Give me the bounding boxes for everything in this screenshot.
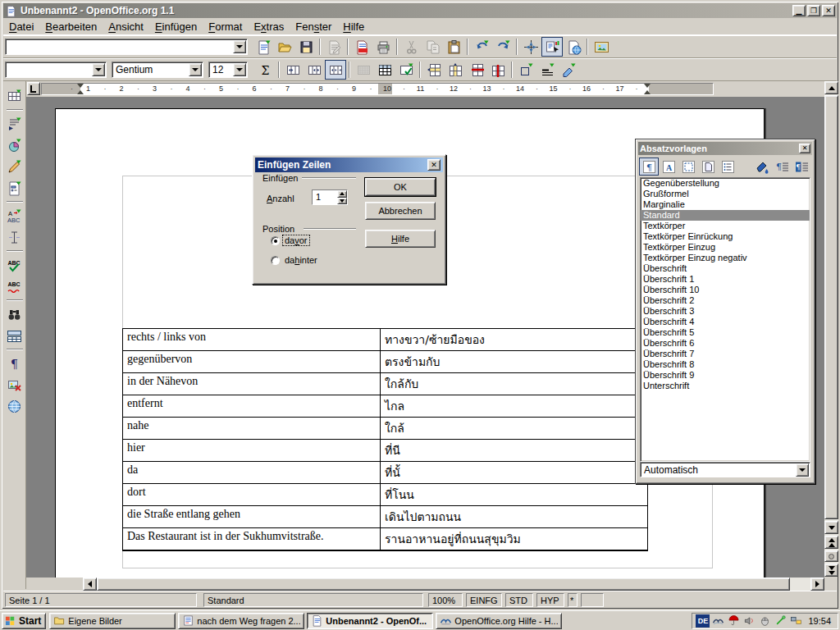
font-name-combobox[interactable]: Gentium <box>112 62 203 78</box>
style-item-uberschrift[interactable]: Überschrift <box>641 263 810 274</box>
table-cell-german[interactable]: gegenübervon <box>123 351 381 372</box>
update-style-button[interactable]: ¶ <box>792 158 811 176</box>
style-item-uberschrift-10[interactable]: Überschrift 10 <box>641 285 810 295</box>
insert-fields-button[interactable] <box>4 114 25 134</box>
restore-button[interactable]: ❐ <box>807 5 820 16</box>
hyperlink-button[interactable] <box>563 37 584 57</box>
indent-marker-bottom-left[interactable] <box>77 90 84 94</box>
table-cell-thai[interactable]: ตรงข้ามกับ <box>381 351 647 372</box>
table-cell-thai[interactable]: ทางขวา/ซ้ายมือของ <box>381 329 647 350</box>
document-table[interactable]: rechts / links vonทางขวา/ซ้ายมือของgegen… <box>122 328 648 551</box>
taskbar-button-nach-dem-weg-fragen-2[interactable]: nach dem Weg fragen 2.... <box>178 613 304 629</box>
style-filter-combobox[interactable]: Automatisch <box>640 462 810 477</box>
spin-up-icon[interactable] <box>337 190 347 198</box>
help-button[interactable]: Hilfe <box>365 230 436 248</box>
usb-icon[interactable] <box>774 614 788 628</box>
network-icon[interactable] <box>789 614 803 628</box>
next-page-button[interactable] <box>824 564 838 577</box>
fill-format-button[interactable] <box>752 158 772 176</box>
export-pdf-button[interactable] <box>351 37 372 57</box>
undo-button[interactable] <box>471 37 492 57</box>
status-insert-mode[interactable]: EINFG <box>466 593 502 607</box>
style-item-uberschrift-2[interactable]: Überschrift 2 <box>641 295 810 306</box>
navigation-button[interactable] <box>824 550 838 562</box>
start-button[interactable]: Start <box>2 613 46 629</box>
style-item-unterschrift[interactable]: Unterschrift <box>641 381 810 391</box>
paragraph-styles-button[interactable]: ¶ <box>639 158 659 176</box>
status-selection-mode[interactable]: STD <box>505 593 533 607</box>
table-cell-thai[interactable]: ที่นี <box>381 440 647 461</box>
redo-button[interactable] <box>492 37 514 57</box>
vertical-scrollbar[interactable] <box>824 81 838 577</box>
paragraph-style-combobox[interactable] <box>5 62 107 78</box>
merge-cells-button[interactable] <box>282 60 304 80</box>
taskbar-button-unbenannt2-openof[interactable]: Unbenannt2 - OpenOf... <box>307 613 433 629</box>
style-item-standard[interactable]: Standard <box>641 210 810 221</box>
optimize-button[interactable] <box>325 60 346 80</box>
style-item-uberschrift-5[interactable]: Überschrift 5 <box>641 327 810 338</box>
table-borders-button[interactable] <box>374 60 395 80</box>
menu-fenster[interactable]: Fenster <box>290 19 337 34</box>
line-style-button[interactable] <box>536 60 558 80</box>
save-button[interactable] <box>295 37 317 57</box>
taskbar-button-eigene-bilder[interactable]: Eigene Bilder <box>49 613 176 629</box>
horizontal-ruler[interactable]: 1·2·3·4·5·6·7·8·9·10·11·12·13·14·15·16·1… <box>41 83 714 95</box>
tab-type-selector[interactable] <box>27 82 40 95</box>
spellcheck-button[interactable]: ABC <box>4 255 25 275</box>
gallery-button[interactable] <box>591 37 612 57</box>
language-indicator[interactable]: DE <box>696 614 710 628</box>
delete-column-button[interactable] <box>487 60 509 80</box>
count-value[interactable]: 1 <box>313 190 337 204</box>
autoformat-button[interactable] <box>395 60 417 80</box>
table-cell-german[interactable]: hier <box>123 440 381 461</box>
scroll-right-button[interactable] <box>810 578 824 591</box>
font-size-combobox[interactable]: 12 <box>208 62 248 78</box>
stylist-button[interactable] <box>541 37 563 57</box>
data-sources-button[interactable] <box>4 326 25 345</box>
style-item-uberschrift-6[interactable]: Überschrift 6 <box>641 338 810 349</box>
vertical-scroll-thumb[interactable] <box>824 95 838 519</box>
scroll-up-button[interactable] <box>824 81 838 94</box>
indent-marker-bottom-right[interactable] <box>644 90 651 94</box>
table-cell-german[interactable]: rechts / links von <box>123 329 381 350</box>
cancel-button[interactable]: Abbrechen <box>365 202 436 220</box>
chevron-down-icon[interactable] <box>92 63 105 76</box>
style-item-uberschrift-8[interactable]: Überschrift 8 <box>641 359 810 370</box>
table-cell-german[interactable]: Das Restaurant ist in der Sukhumvitstraß… <box>123 528 381 550</box>
quickstart-icon[interactable] <box>711 614 725 628</box>
insert-objects-button[interactable] <box>4 135 25 155</box>
menu-hilfe[interactable]: Hilfe <box>337 19 370 34</box>
radio-after-label[interactable]: dahinter <box>283 255 319 265</box>
menu-ansicht[interactable]: Ansicht <box>103 19 149 34</box>
insert-row-button[interactable] <box>423 60 445 80</box>
open-button[interactable] <box>274 37 295 57</box>
character-styles-button[interactable]: A <box>659 158 678 176</box>
radio-before[interactable] <box>271 236 280 245</box>
new-document-button[interactable] <box>253 37 274 57</box>
direct-cursor-button[interactable] <box>4 227 25 247</box>
border-color-button[interactable] <box>558 60 579 80</box>
horizontal-scroll-thumb[interactable] <box>97 578 790 591</box>
url-combobox[interactable] <box>5 39 248 55</box>
menu-einfugen[interactable]: Einfügen <box>149 19 203 34</box>
radio-after[interactable] <box>271 256 280 265</box>
table-cell-thai[interactable]: ที่นั้ <box>381 462 647 483</box>
style-item-textkorper-einruckung[interactable]: Textkörper Einrückung <box>641 231 810 242</box>
frame-styles-button[interactable] <box>678 158 698 176</box>
horizontal-scrollbar[interactable] <box>83 578 824 591</box>
find-replace-button[interactable] <box>4 304 25 324</box>
style-item-uberschrift-9[interactable]: Überschrift 9 <box>641 370 810 381</box>
table-cell-thai[interactable]: ใกล้ <box>381 418 647 439</box>
table-cell-thai[interactable]: ใกล้กับ <box>381 373 647 395</box>
count-spinner[interactable]: 1 <box>312 189 348 205</box>
autotext-button[interactable]: AABC <box>4 206 25 226</box>
style-item-textkorper[interactable]: Textkörper <box>641 221 810 231</box>
insert-column-button[interactable] <box>445 60 466 80</box>
table-cell-german[interactable]: da <box>123 462 381 483</box>
table-cell-german[interactable]: die Straße entlang gehen <box>123 506 381 527</box>
sum-button[interactable]: Σ <box>254 60 276 80</box>
nonprinting-button[interactable]: ¶ <box>4 354 25 373</box>
menu-datei[interactable]: Datei <box>3 19 39 34</box>
split-cells-button[interactable] <box>304 60 325 80</box>
delete-row-button[interactable] <box>466 60 487 80</box>
